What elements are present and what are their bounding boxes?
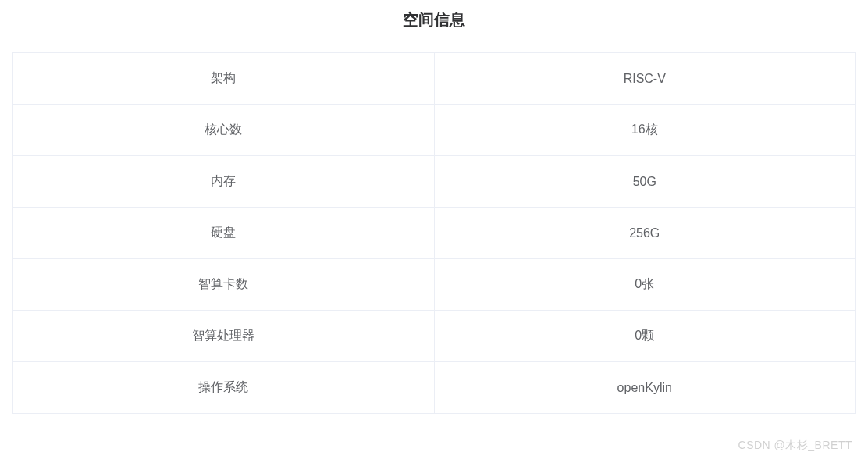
- row-value: RISC-V: [434, 53, 856, 105]
- row-value: 16核: [434, 105, 856, 156]
- row-label: 硬盘: [13, 208, 435, 259]
- table-row: 智算处理器 0颗: [13, 311, 856, 362]
- row-label: 操作系统: [13, 362, 435, 414]
- row-value: openKylin: [434, 362, 856, 414]
- table-row: 硬盘 256G: [13, 208, 856, 259]
- row-label: 核心数: [13, 105, 435, 156]
- info-panel: 空间信息 架构 RISC-V 核心数 16核 内存 50G 硬盘 256G 智算…: [0, 0, 868, 414]
- row-label: 架构: [13, 53, 435, 105]
- table-row: 内存 50G: [13, 156, 856, 208]
- info-table: 架构 RISC-V 核心数 16核 内存 50G 硬盘 256G 智算卡数 0张…: [12, 52, 856, 414]
- row-value: 0张: [434, 259, 856, 311]
- row-value: 50G: [434, 156, 856, 208]
- row-value: 256G: [434, 208, 856, 259]
- row-label: 智算卡数: [13, 259, 435, 311]
- table-row: 核心数 16核: [13, 105, 856, 156]
- watermark: CSDN @木杉_BRETT: [738, 439, 852, 453]
- row-value: 0颗: [434, 311, 856, 362]
- row-label: 智算处理器: [13, 311, 435, 362]
- table-row: 操作系统 openKylin: [13, 362, 856, 414]
- table-row: 智算卡数 0张: [13, 259, 856, 311]
- row-label: 内存: [13, 156, 435, 208]
- panel-title: 空间信息: [12, 0, 856, 52]
- table-row: 架构 RISC-V: [13, 53, 856, 105]
